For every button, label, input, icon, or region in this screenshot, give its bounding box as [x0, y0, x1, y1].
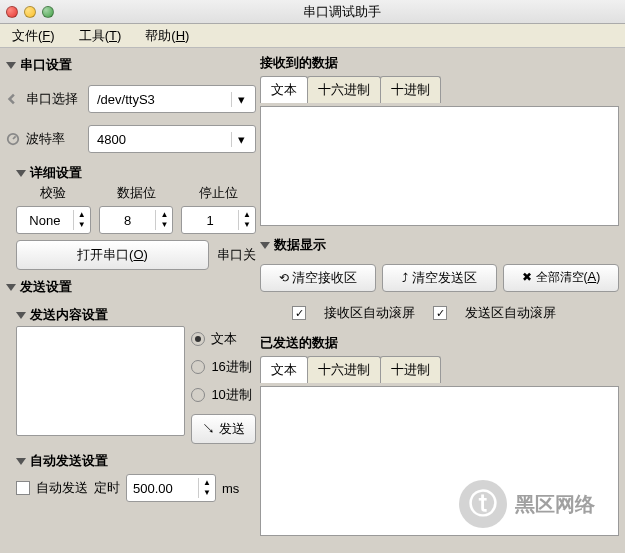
send-settings-label: 发送设置 — [20, 278, 72, 296]
minimize-window-button[interactable] — [24, 6, 36, 18]
clear-all-button[interactable]: ✖ 全部清空(A) — [503, 264, 619, 292]
serial-settings-header[interactable]: 串口设置 — [6, 56, 256, 74]
auto-send-check-label: 自动发送 — [36, 479, 88, 497]
spin-up-icon[interactable]: ▲ — [156, 210, 172, 220]
timer-spinner[interactable]: 500.00 ▲▼ — [126, 474, 216, 502]
baud-label: 波特率 — [26, 130, 82, 148]
clear-recv-button[interactable]: ⟲ 清空接收区 — [260, 264, 376, 292]
display-label: 数据显示 — [274, 236, 326, 254]
chevron-down-icon — [16, 312, 26, 319]
databits-label: 数据位 — [99, 184, 174, 202]
recv-header: 接收到的数据 — [260, 54, 619, 72]
chevron-down-icon: ▾ — [231, 92, 251, 107]
serial-settings-label: 串口设置 — [20, 56, 72, 74]
spin-down-icon[interactable]: ▼ — [74, 220, 90, 230]
auto-scroll-recv-checkbox[interactable]: ✓ — [292, 306, 306, 320]
recv-tab-text[interactable]: 文本 — [260, 76, 308, 103]
sent-tab-dec[interactable]: 十进制 — [380, 356, 441, 383]
databits-spinner[interactable]: 8 ▲▼ — [99, 206, 174, 234]
parity-label: 校验 — [16, 184, 91, 202]
sent-tab-hex[interactable]: 十六进制 — [307, 356, 381, 383]
sent-textarea[interactable] — [260, 386, 619, 536]
chevron-down-icon — [6, 62, 16, 69]
radio-dec[interactable]: 10进制 — [191, 386, 251, 404]
sent-tab-text[interactable]: 文本 — [260, 356, 308, 383]
auto-send-checkbox[interactable] — [16, 481, 30, 495]
baud-select[interactable]: 4800 ▾ — [88, 125, 256, 153]
auto-send-label: 自动发送设置 — [30, 452, 108, 470]
radio-icon — [191, 332, 205, 346]
parity-spinner[interactable]: None ▲▼ — [16, 206, 91, 234]
spin-down-icon[interactable]: ▼ — [156, 220, 172, 230]
timer-label: 定时 — [94, 479, 120, 497]
sent-tabs: 文本 十六进制 十进制 — [260, 356, 619, 383]
port-status: 串口关 — [217, 246, 256, 264]
port-select[interactable]: /dev/ttyS3 ▾ — [88, 85, 256, 113]
chevron-down-icon: ▾ — [231, 132, 251, 147]
auto-scroll-recv-label: 接收区自动滚屏 — [324, 304, 415, 322]
auto-scroll-send-label: 发送区自动滚屏 — [465, 304, 556, 322]
spin-down-icon[interactable]: ▼ — [199, 488, 215, 498]
recv-tabs: 文本 十六进制 十进制 — [260, 76, 619, 103]
recv-textarea[interactable] — [260, 106, 619, 226]
detail-settings-header[interactable]: 详细设置 — [16, 164, 256, 182]
spin-up-icon[interactable]: ▲ — [239, 210, 255, 220]
close-window-button[interactable] — [6, 6, 18, 18]
chevron-down-icon — [16, 458, 26, 465]
chevron-down-icon — [16, 170, 26, 177]
radio-icon — [191, 388, 205, 402]
menu-tools[interactable]: 工具(T) — [73, 25, 128, 47]
open-port-button[interactable]: 打开串口(O) — [16, 240, 209, 270]
timer-unit-label: ms — [222, 481, 239, 496]
radio-hex[interactable]: 16进制 — [191, 358, 251, 376]
recv-tab-dec[interactable]: 十进制 — [380, 76, 441, 103]
send-content-header[interactable]: 发送内容设置 — [16, 306, 256, 324]
send-textarea[interactable] — [16, 326, 185, 436]
send-settings-header[interactable]: 发送设置 — [6, 278, 256, 296]
detail-settings-label: 详细设置 — [30, 164, 82, 182]
titlebar: 串口调试助手 — [0, 0, 625, 24]
spin-up-icon[interactable]: ▲ — [199, 478, 215, 488]
sent-header: 已发送的数据 — [260, 334, 619, 352]
chevron-down-icon — [260, 242, 270, 249]
port-label: 串口选择 — [26, 90, 82, 108]
menubar: 文件(F) 工具(T) 帮助(H) — [0, 24, 625, 48]
send-content-label: 发送内容设置 — [30, 306, 108, 324]
radio-text[interactable]: 文本 — [191, 330, 237, 348]
auto-scroll-send-checkbox[interactable]: ✓ — [433, 306, 447, 320]
radio-icon — [191, 360, 205, 374]
maximize-window-button[interactable] — [42, 6, 54, 18]
stopbits-label: 停止位 — [181, 184, 256, 202]
stopbits-spinner[interactable]: 1 ▲▼ — [181, 206, 256, 234]
spin-down-icon[interactable]: ▼ — [239, 220, 255, 230]
gauge-icon — [6, 132, 20, 146]
menu-help[interactable]: 帮助(H) — [139, 25, 195, 47]
spin-up-icon[interactable]: ▲ — [74, 210, 90, 220]
display-header[interactable]: 数据显示 — [260, 236, 619, 254]
send-button[interactable]: ↘ 发送 — [191, 414, 256, 444]
recv-tab-hex[interactable]: 十六进制 — [307, 76, 381, 103]
menu-file[interactable]: 文件(F) — [6, 25, 61, 47]
auto-send-header[interactable]: 自动发送设置 — [16, 452, 256, 470]
window-title: 串口调试助手 — [303, 4, 381, 19]
plug-icon — [6, 92, 20, 106]
chevron-down-icon — [6, 284, 16, 291]
clear-send-button[interactable]: ⤴ 清空发送区 — [382, 264, 498, 292]
